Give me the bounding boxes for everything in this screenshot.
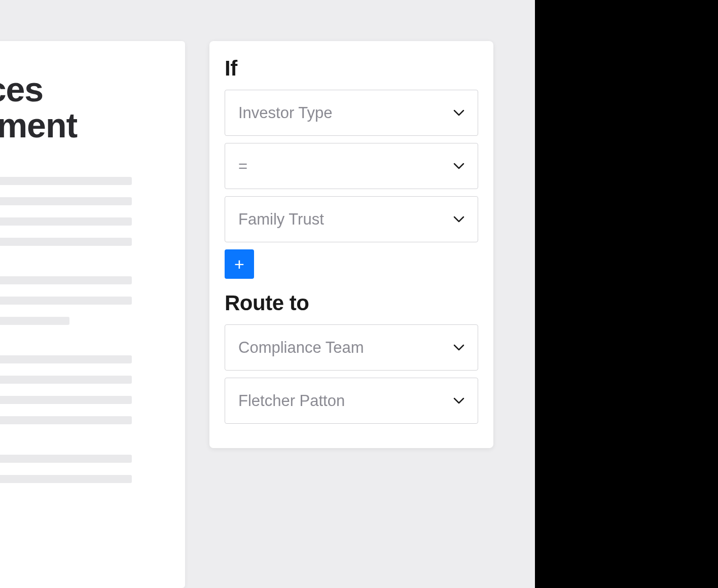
skeleton-line	[0, 217, 132, 226]
document-title-line2: eement	[0, 106, 77, 144]
document-title: vices eement	[0, 71, 165, 144]
skeleton-line	[0, 297, 132, 305]
dropdown-value: Investor Type	[238, 104, 333, 122]
chevron-down-icon	[453, 397, 464, 405]
skeleton-line	[0, 416, 132, 424]
plus-icon: +	[234, 254, 244, 274]
skeleton-line	[0, 238, 132, 246]
dropdown-value: Fletcher Patton	[238, 392, 345, 410]
condition-operator-dropdown[interactable]: =	[225, 143, 478, 189]
chevron-down-icon	[453, 163, 464, 170]
route-team-dropdown[interactable]: Compliance Team	[225, 324, 478, 371]
route-person-dropdown[interactable]: Fletcher Patton	[225, 378, 478, 424]
add-condition-button[interactable]: +	[225, 249, 254, 279]
condition-value-dropdown[interactable]: Family Trust	[225, 196, 478, 242]
skeleton-line	[0, 317, 69, 325]
chevron-down-icon	[453, 109, 464, 117]
dropdown-value: Family Trust	[238, 210, 324, 229]
skeleton-paragraph-3	[0, 355, 165, 424]
skeleton-line	[0, 376, 132, 384]
skeleton-line	[0, 197, 132, 205]
chevron-down-icon	[453, 216, 464, 223]
chevron-down-icon	[453, 344, 464, 351]
skeleton-paragraph-4	[0, 455, 165, 483]
skeleton-line	[0, 396, 132, 404]
skeleton-paragraph-1	[0, 177, 165, 246]
dropdown-value: =	[238, 157, 247, 175]
document-title-line1: vices	[0, 70, 43, 108]
dropdown-value: Compliance Team	[238, 339, 364, 357]
skeleton-line	[0, 355, 132, 363]
skeleton-line	[0, 475, 132, 483]
skeleton-line	[0, 455, 132, 463]
if-heading: If	[225, 56, 478, 81]
document-preview-panel: vices eement	[0, 41, 185, 588]
right-sidebar	[535, 0, 718, 588]
condition-field-dropdown[interactable]: Investor Type	[225, 90, 478, 136]
skeleton-line	[0, 276, 132, 284]
skeleton-line	[0, 177, 132, 185]
route-to-heading: Route to	[225, 291, 478, 315]
routing-rule-panel: If Investor Type = Family Trust + Route …	[209, 41, 493, 448]
skeleton-paragraph-2	[0, 276, 165, 325]
